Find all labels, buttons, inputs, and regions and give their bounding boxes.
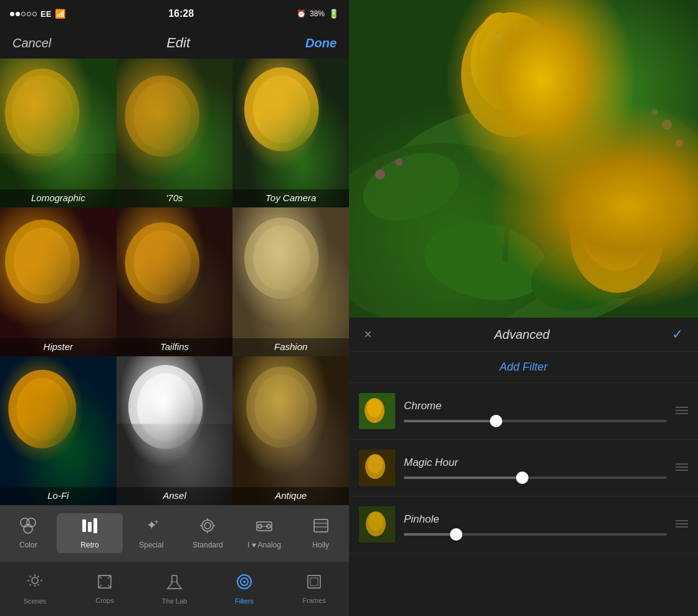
color-icon (19, 517, 37, 537)
toolbar-analog-label: I ♥ Analog (247, 541, 281, 549)
lab-icon (166, 573, 183, 594)
filter-cell-toy-camera[interactable]: Toy Camera (232, 59, 349, 207)
advanced-panel: × Advanced ✓ Add Filter (349, 318, 698, 616)
pinhole-menu-icon[interactable] (676, 518, 688, 531)
svg-point-86 (583, 155, 698, 280)
analog-icon (256, 517, 273, 537)
pinhole-controls: Pinhole (404, 513, 667, 536)
wifi-icon: 📶 (55, 9, 65, 19)
svg-point-81 (349, 143, 567, 318)
svg-point-85 (523, 227, 649, 318)
nav-filters-label: Filters (235, 597, 254, 605)
filter-grid: Lomographic '70s (0, 59, 349, 505)
filter-cell-tailfins[interactable]: Tailfins (117, 207, 233, 356)
svg-text:+: + (154, 518, 158, 526)
pinhole-slider-track[interactable] (404, 533, 667, 536)
svg-point-104 (608, 187, 648, 249)
filter-cell-lomographic[interactable]: Lomographic (0, 59, 117, 207)
svg-line-64 (38, 576, 39, 577)
retro-icon (81, 517, 98, 537)
filter-toolbar: Color Retro ✦ + (0, 505, 349, 561)
svg-point-96 (480, 19, 542, 100)
filter-cell-fashion[interactable]: Fashion (232, 207, 349, 356)
nav-scenes[interactable]: Scenes (0, 573, 70, 605)
chrome-slider-track[interactable] (404, 420, 667, 422)
svg-point-80 (368, 106, 679, 318)
carrier-label: EE (41, 9, 51, 19)
magic-hour-label: Magic Hour (404, 457, 667, 469)
svg-line-65 (30, 584, 31, 585)
filter-cell-70s[interactable]: '70s (117, 59, 233, 207)
magic-hour-menu-icon[interactable] (676, 462, 688, 475)
toolbar-color[interactable]: Color (0, 517, 57, 549)
svg-point-35 (255, 374, 309, 439)
svg-rect-29 (117, 356, 233, 505)
svg-point-30 (128, 365, 203, 449)
nav-filters[interactable]: Filters (209, 573, 279, 605)
filter-label-70s: '70s (117, 189, 233, 207)
svg-point-27 (8, 370, 76, 448)
svg-rect-5 (117, 59, 233, 207)
svg-point-91 (651, 109, 657, 115)
nav-crops-label: Crops (95, 597, 113, 604)
svg-point-83 (354, 141, 469, 234)
filter-cell-ansel[interactable]: Ansel (117, 356, 233, 505)
svg-point-99 (506, 41, 510, 46)
svg-point-92 (461, 12, 561, 137)
nav-crops[interactable]: Crops (70, 574, 140, 604)
svg-point-28 (17, 378, 69, 440)
filter-cell-hipster[interactable]: Hipster (0, 207, 117, 356)
svg-rect-26 (0, 356, 117, 505)
toolbar-retro[interactable]: Retro (57, 513, 123, 553)
advanced-check-button[interactable]: ✓ (672, 326, 683, 343)
filter-cell-lo-fi[interactable]: Lo-Fi (0, 356, 117, 505)
svg-rect-18 (117, 207, 233, 356)
filter-label-ansel: Ansel (117, 487, 233, 505)
svg-rect-55 (314, 519, 328, 532)
svg-point-45 (202, 520, 213, 531)
svg-point-58 (32, 577, 38, 584)
svg-rect-40 (82, 519, 86, 532)
toolbar-special-label: Special (139, 541, 163, 549)
svg-point-46 (204, 523, 211, 529)
advanced-close-button[interactable]: × (364, 328, 372, 341)
svg-point-87 (375, 169, 385, 179)
advanced-header: × Advanced ✓ (349, 318, 698, 352)
toolbar-analog[interactable]: I ♥ Analog (236, 517, 293, 549)
svg-point-103 (588, 181, 628, 249)
cancel-button[interactable]: Cancel (12, 36, 51, 50)
magic-hour-controls: Magic Hour (404, 457, 667, 479)
toolbar-standard[interactable]: Standard (179, 517, 236, 549)
nav-lab[interactable]: The Lab (140, 573, 209, 605)
svg-point-88 (395, 158, 403, 166)
svg-rect-9 (232, 59, 349, 207)
chrome-menu-icon[interactable] (676, 405, 688, 418)
svg-rect-13 (0, 207, 117, 356)
nav-frames[interactable]: Frames (279, 574, 349, 604)
svg-rect-79 (349, 0, 698, 318)
toolbar-special[interactable]: ✦ + Special (123, 517, 179, 549)
svg-point-84 (418, 214, 554, 310)
bottom-nav: Scenes Crops (0, 561, 349, 616)
done-button[interactable]: Done (305, 36, 337, 50)
nav-scenes-label: Scenes (24, 597, 47, 605)
svg-point-90 (676, 140, 683, 147)
svg-line-66 (38, 584, 39, 585)
svg-point-7 (133, 82, 190, 150)
magic-hour-slider-track[interactable] (404, 476, 667, 479)
alarm-icon: ⏰ (297, 9, 306, 18)
toolbar-holly[interactable]: Holly (292, 517, 349, 549)
svg-point-2 (12, 75, 73, 150)
toolbar-holly-label: Holly (312, 541, 329, 549)
svg-point-89 (662, 120, 672, 130)
add-filter-button[interactable]: Add Filter (499, 361, 547, 374)
svg-rect-3 (0, 59, 117, 207)
filter-cell-antique[interactable]: Antique (232, 356, 349, 505)
nav-lab-label: The Lab (162, 597, 187, 605)
filter-label-hipster: Hipster (0, 338, 117, 356)
svg-point-16 (14, 228, 70, 296)
svg-rect-41 (88, 522, 92, 532)
svg-rect-17 (117, 207, 233, 356)
chrome-thumb (359, 393, 395, 429)
status-bar: EE 📶 16:28 ⏰ 38% 🔋 (0, 0, 349, 27)
